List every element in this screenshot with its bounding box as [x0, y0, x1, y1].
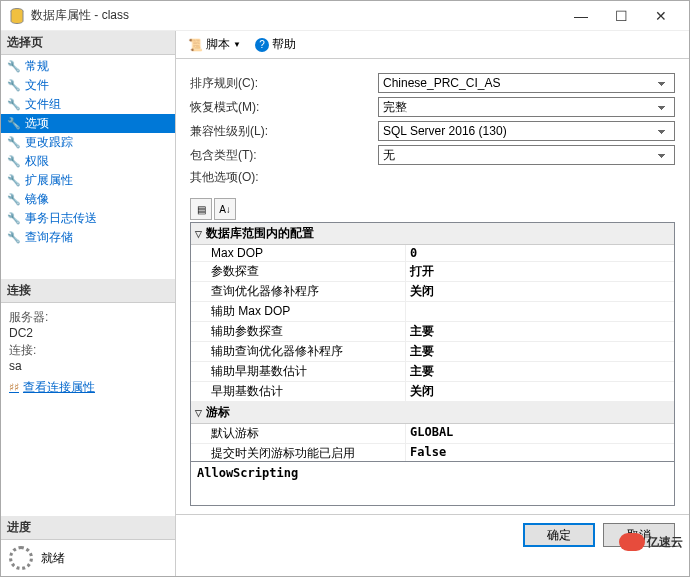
- property-key: 提交时关闭游标功能已启用: [191, 444, 406, 462]
- other-options-label: 其他选项(O):: [190, 169, 370, 186]
- toolbar: 📜脚本▼ ?帮助: [176, 31, 689, 59]
- property-row[interactable]: 早期基数估计关闭: [191, 382, 674, 402]
- property-key: 辅助查询优化器修补程序: [191, 342, 406, 361]
- progress-block: 就绪: [1, 540, 175, 576]
- property-row[interactable]: 参数探查打开: [191, 262, 674, 282]
- sidebar-item-permissions[interactable]: 🔧权限: [1, 152, 175, 171]
- property-value[interactable]: 打开: [406, 262, 674, 281]
- categorized-button[interactable]: ▤: [190, 198, 212, 220]
- property-key: 辅助 Max DOP: [191, 302, 406, 321]
- property-row[interactable]: 默认游标GLOBAL: [191, 424, 674, 444]
- category-db-scoped[interactable]: ▽数据库范围内的配置: [191, 223, 674, 245]
- property-row[interactable]: 辅助 Max DOP: [191, 302, 674, 322]
- link-icon: ♯♯: [9, 381, 19, 394]
- property-row[interactable]: 辅助参数探查主要: [191, 322, 674, 342]
- property-value[interactable]: [406, 302, 674, 321]
- collapse-icon: ▽: [195, 229, 202, 239]
- sidebar-item-files[interactable]: 🔧文件: [1, 76, 175, 95]
- containment-select[interactable]: 无: [378, 145, 675, 165]
- progress-status: 就绪: [41, 550, 65, 567]
- property-key: 辅助参数探查: [191, 322, 406, 341]
- window: 数据库属性 - class — ☐ ✕ 选择页 🔧常规 🔧文件 🔧文件组 🔧选项…: [0, 0, 690, 577]
- sidebar-item-mirror[interactable]: 🔧镜像: [1, 190, 175, 209]
- property-key: 默认游标: [191, 424, 406, 443]
- category-cursor[interactable]: ▽游标: [191, 402, 674, 424]
- help-button[interactable]: ?帮助: [251, 34, 300, 55]
- wrench-icon: 🔧: [7, 155, 21, 169]
- property-grid[interactable]: ▽数据库范围内的配置 Max DOP0参数探查打开查询优化器修补程序关闭辅助 M…: [190, 222, 675, 462]
- wrench-icon: 🔧: [7, 212, 21, 226]
- conn-label: 连接:: [9, 342, 167, 359]
- maximize-button[interactable]: ☐: [601, 2, 641, 30]
- property-value[interactable]: 关闭: [406, 282, 674, 301]
- property-value[interactable]: 主要: [406, 362, 674, 381]
- server-label: 服务器:: [9, 309, 167, 326]
- wrench-icon: 🔧: [7, 193, 21, 207]
- view-connection-props-link[interactable]: ♯♯查看连接属性: [9, 379, 167, 396]
- server-value: DC2: [9, 326, 167, 340]
- cancel-button[interactable]: 取消: [603, 523, 675, 547]
- wrench-icon: 🔧: [7, 117, 21, 131]
- wrench-icon: 🔧: [7, 136, 21, 150]
- collation-row: 排序规则(C): Chinese_PRC_CI_AS: [190, 73, 675, 93]
- property-value[interactable]: 0: [406, 245, 674, 261]
- wrench-icon: 🔧: [7, 60, 21, 74]
- sidebar: 选择页 🔧常规 🔧文件 🔧文件组 🔧选项 🔧更改跟踪 🔧权限 🔧扩展属性 🔧镜像…: [1, 31, 176, 576]
- property-key: 参数探查: [191, 262, 406, 281]
- minimize-button[interactable]: —: [561, 2, 601, 30]
- collapse-icon: ▽: [195, 408, 202, 418]
- property-row[interactable]: 提交时关闭游标功能已启用False: [191, 444, 674, 462]
- property-row[interactable]: 辅助早期基数估计主要: [191, 362, 674, 382]
- recovery-row: 恢复模式(M): 完整: [190, 97, 675, 117]
- page-list: 🔧常规 🔧文件 🔧文件组 🔧选项 🔧更改跟踪 🔧权限 🔧扩展属性 🔧镜像 🔧事务…: [1, 55, 175, 249]
- content: 选择页 🔧常规 🔧文件 🔧文件组 🔧选项 🔧更改跟踪 🔧权限 🔧扩展属性 🔧镜像…: [1, 31, 689, 576]
- compat-select[interactable]: SQL Server 2016 (130): [378, 121, 675, 141]
- wrench-icon: 🔧: [7, 98, 21, 112]
- script-icon: 📜: [188, 38, 203, 52]
- spinner-icon: [9, 546, 33, 570]
- sidebar-item-extprops[interactable]: 🔧扩展属性: [1, 171, 175, 190]
- property-value[interactable]: 关闭: [406, 382, 674, 401]
- wrench-icon: 🔧: [7, 174, 21, 188]
- database-icon: [9, 8, 25, 24]
- sidebar-item-querystore[interactable]: 🔧查询存储: [1, 228, 175, 247]
- property-row[interactable]: 辅助查询优化器修补程序主要: [191, 342, 674, 362]
- property-row[interactable]: 查询优化器修补程序关闭: [191, 282, 674, 302]
- sidebar-item-logshipping[interactable]: 🔧事务日志传送: [1, 209, 175, 228]
- collation-label: 排序规则(C):: [190, 75, 370, 92]
- recovery-label: 恢复模式(M):: [190, 99, 370, 116]
- property-key: Max DOP: [191, 245, 406, 261]
- property-value[interactable]: False: [406, 444, 674, 462]
- help-icon: ?: [255, 38, 269, 52]
- property-key: 查询优化器修补程序: [191, 282, 406, 301]
- titlebar: 数据库属性 - class — ☐ ✕: [1, 1, 689, 31]
- progress-header: 进度: [1, 516, 175, 540]
- sidebar-item-filegroups[interactable]: 🔧文件组: [1, 95, 175, 114]
- wrench-icon: 🔧: [7, 231, 21, 245]
- ok-button[interactable]: 确定: [523, 523, 595, 547]
- collation-select[interactable]: Chinese_PRC_CI_AS: [378, 73, 675, 93]
- containment-row: 包含类型(T): 无: [190, 145, 675, 165]
- alphabetical-button[interactable]: A↓: [214, 198, 236, 220]
- connection-header: 连接: [1, 279, 175, 303]
- property-key: 早期基数估计: [191, 382, 406, 401]
- script-button[interactable]: 📜脚本▼: [184, 34, 245, 55]
- window-controls: — ☐ ✕: [561, 2, 681, 30]
- property-row[interactable]: Max DOP0: [191, 245, 674, 262]
- compat-row: 兼容性级别(L): SQL Server 2016 (130): [190, 121, 675, 141]
- sidebar-item-changetracking[interactable]: 🔧更改跟踪: [1, 133, 175, 152]
- recovery-select[interactable]: 完整: [378, 97, 675, 117]
- other-options-row: 其他选项(O):: [190, 169, 675, 186]
- property-value[interactable]: GLOBAL: [406, 424, 674, 443]
- close-button[interactable]: ✕: [641, 2, 681, 30]
- window-title: 数据库属性 - class: [31, 7, 561, 24]
- sidebar-item-general[interactable]: 🔧常规: [1, 57, 175, 76]
- property-value[interactable]: 主要: [406, 322, 674, 341]
- containment-label: 包含类型(T):: [190, 147, 370, 164]
- select-page-header: 选择页: [1, 31, 175, 55]
- property-value[interactable]: 主要: [406, 342, 674, 361]
- wrench-icon: 🔧: [7, 79, 21, 93]
- grid-toolbar: ▤ A↓: [176, 196, 689, 222]
- chevron-down-icon: ▼: [233, 40, 241, 49]
- sidebar-item-options[interactable]: 🔧选项: [1, 114, 175, 133]
